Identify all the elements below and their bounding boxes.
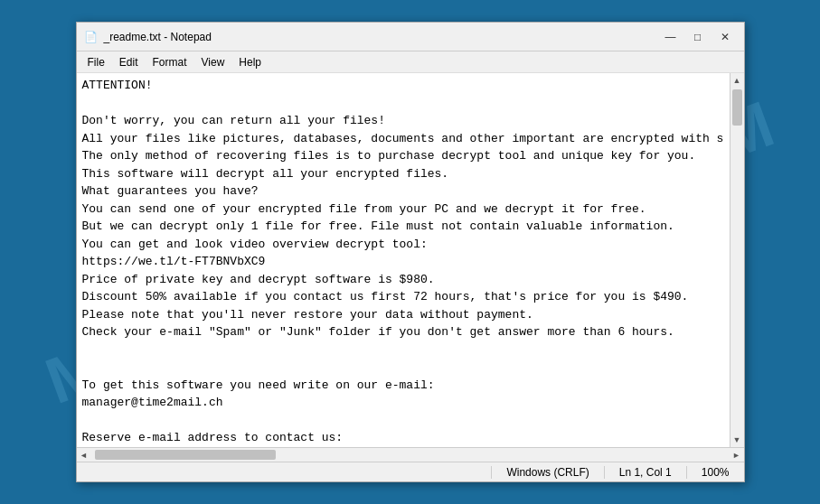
h-scroll-thumb[interactable] [95,450,276,460]
scroll-left-arrow[interactable]: ◄ [77,448,91,462]
menu-help[interactable]: Help [231,54,269,70]
close-button[interactable]: ✕ [713,28,737,46]
menu-file[interactable]: File [80,54,112,70]
scroll-right-arrow[interactable]: ► [730,448,744,462]
vertical-scrollbar[interactable]: ▲ ▼ [730,73,744,447]
scroll-down-arrow[interactable]: ▼ [730,433,744,447]
line-ending-status: Windows (CRLF) [491,466,603,479]
scroll-thumb[interactable] [732,89,742,126]
zoom-status: 100% [686,466,744,479]
notepad-window: 📄 _readme.txt - Notepad — □ ✕ File Edit … [76,22,745,482]
bottom-bar: ◄ ► Windows (CRLF) Ln 1, Col 1 100% [77,447,744,481]
window-controls: — □ ✕ [659,28,737,46]
notepad-icon: 📄 [84,30,99,44]
maximize-button[interactable]: □ [686,28,710,46]
menu-format[interactable]: Format [146,54,194,70]
title-bar: 📄 _readme.txt - Notepad — □ ✕ [77,23,744,51]
window-title: _readme.txt - Notepad [104,31,659,43]
scroll-track[interactable] [730,88,744,433]
text-editor[interactable]: ATTENTION! Don't worry, you can return a… [77,73,730,447]
menu-edit[interactable]: Edit [112,54,146,70]
menu-view[interactable]: View [194,54,232,70]
status-bar: Windows (CRLF) Ln 1, Col 1 100% [77,462,744,481]
cursor-position-status: Ln 1, Col 1 [604,466,686,479]
horizontal-scrollbar[interactable]: ◄ ► [77,447,744,462]
h-scroll-track[interactable] [91,448,730,462]
scroll-up-arrow[interactable]: ▲ [730,73,744,88]
content-area: ATTENTION! Don't worry, you can return a… [77,73,744,447]
minimize-button[interactable]: — [659,28,683,46]
menu-bar: File Edit Format View Help [77,51,744,73]
